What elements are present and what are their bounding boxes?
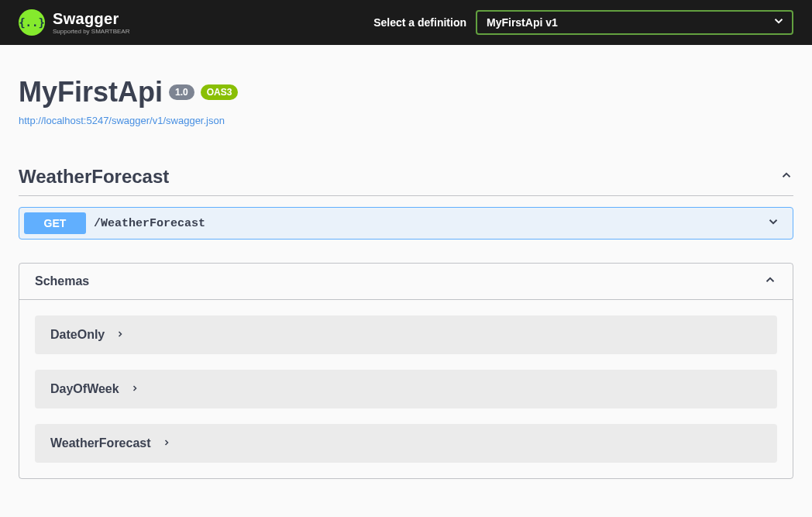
- operation-get-weatherforecast[interactable]: GET /WeatherForecast: [19, 207, 793, 240]
- schema-item-weatherforecast[interactable]: WeatherForecast: [35, 424, 777, 463]
- chevron-right-icon: [115, 328, 125, 342]
- schemas-title: Schemas: [35, 274, 89, 288]
- tag-header[interactable]: WeatherForecast: [19, 158, 793, 196]
- definition-select-wrapper: MyFirstApi v1: [476, 10, 793, 35]
- schema-name: WeatherForecast: [50, 436, 151, 450]
- logo-main-text: Swagger: [53, 11, 129, 26]
- tag-name: WeatherForecast: [19, 166, 169, 188]
- topbar: {..} Swagger Supported by SMARTBEAR Sele…: [0, 0, 812, 45]
- schemas-header[interactable]: Schemas: [19, 264, 793, 299]
- swagger-logo[interactable]: {..} Swagger Supported by SMARTBEAR: [19, 9, 129, 36]
- swagger-logo-text: Swagger Supported by SMARTBEAR: [53, 11, 129, 35]
- chevron-down-icon: [766, 215, 788, 232]
- schema-name: DayOfWeek: [50, 382, 119, 396]
- version-badge: 1.0: [169, 84, 194, 100]
- operation-path: /WeatherForecast: [94, 217, 766, 230]
- api-info: MyFirstApi 1.0 OAS3 http://localhost:524…: [19, 76, 793, 127]
- select-definition-label: Select a definition: [373, 16, 466, 29]
- schemas-section: Schemas DateOnly DayOfWeek WeatherForeca…: [19, 263, 793, 479]
- title-row: MyFirstApi 1.0 OAS3: [19, 76, 793, 109]
- spec-url-link[interactable]: http://localhost:5247/swagger/v1/swagger…: [19, 115, 225, 126]
- schema-item-dayofweek[interactable]: DayOfWeek: [35, 370, 777, 408]
- schema-item-dateonly[interactable]: DateOnly: [35, 315, 777, 354]
- chevron-up-icon: [763, 273, 777, 290]
- chevron-up-icon: [779, 168, 793, 185]
- definition-select[interactable]: MyFirstApi v1: [476, 10, 793, 35]
- tag-section: WeatherForecast GET /WeatherForecast: [19, 158, 793, 240]
- swagger-logo-icon: {..}: [19, 9, 45, 36]
- chevron-right-icon: [162, 436, 171, 450]
- oas-badge: OAS3: [201, 84, 239, 100]
- schemas-body: DateOnly DayOfWeek WeatherForecast: [19, 299, 793, 478]
- definition-selector: Select a definition MyFirstApi v1: [373, 10, 793, 35]
- logo-sub-text: Supported by SMARTBEAR: [53, 29, 129, 35]
- chevron-right-icon: [130, 382, 139, 396]
- method-badge-get: GET: [24, 212, 86, 234]
- api-title: MyFirstApi: [19, 76, 163, 109]
- schema-name: DateOnly: [50, 328, 105, 342]
- main-content: MyFirstApi 1.0 OAS3 http://localhost:524…: [0, 45, 812, 498]
